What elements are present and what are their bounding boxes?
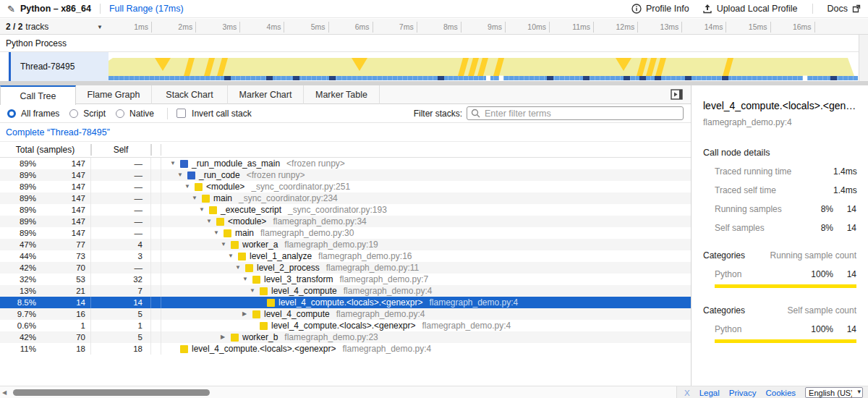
twisty-down-icon[interactable]: ▼ — [228, 250, 238, 262]
breadcrumb-complete-thread[interactable]: Complete “Thread-78495” — [6, 127, 110, 137]
radio-all-frames[interactable]: All frames — [7, 109, 59, 119]
ruler-tick: 14ms — [693, 22, 726, 33]
call-tree-row[interactable]: 11%1818level_4_compute.<locals>.<genexpr… — [0, 343, 691, 355]
detail-percent — [801, 185, 833, 195]
total-percent: 89% — [0, 169, 36, 181]
call-tree-row[interactable]: 44%733▼level_1_analyzeflamegraph_demo.py… — [0, 250, 691, 262]
tab-marker-table[interactable]: Marker Table — [304, 85, 380, 104]
tab-call-tree[interactable]: Call Tree — [0, 85, 76, 105]
self-samples: 5 — [90, 331, 150, 343]
docs-link[interactable]: Docs — [827, 4, 861, 14]
twisty-right-icon[interactable]: ▶ — [242, 308, 252, 320]
ruler-tick: 13ms — [649, 22, 682, 33]
language-select[interactable]: English (US) — [805, 387, 863, 398]
call-tree-row[interactable]: 89%147—▼mainflamegraph_demo.py:30 — [0, 227, 691, 239]
file-location: flamegraph_demo.py:4 — [422, 320, 511, 331]
detail-row: Running samples8%14 — [703, 204, 856, 214]
call-tree-row[interactable]: 47%774▼worker_aflamegraph_demo.py:19 — [0, 239, 691, 250]
upload-local-profile-button[interactable]: Upload Local Profile — [702, 4, 798, 14]
column-header-total[interactable]: Total (samples) — [0, 145, 90, 155]
category-name: Python — [715, 324, 801, 334]
total-percent: 89% — [0, 227, 36, 239]
edit-profile-name-icon[interactable]: ✎ — [7, 4, 15, 14]
process-track-row[interactable]: Python Process — [0, 35, 868, 52]
twisty-down-icon[interactable]: ▼ — [235, 262, 245, 274]
call-tree-row[interactable]: 32%5332▼level_3_transformflamegraph_demo… — [0, 274, 691, 285]
detail-value: 14 — [833, 204, 856, 214]
total-percent: 47% — [0, 239, 36, 250]
footer-link-privacy[interactable]: Privacy — [729, 389, 757, 397]
tracks-area: Python Process Thread-78495 — [0, 35, 868, 81]
tab-flame-graph[interactable]: Flame Graph — [76, 85, 152, 104]
ruler-tick: 4ms — [251, 22, 284, 33]
category-blue-icon — [187, 172, 195, 179]
open-sidebar-button[interactable] — [671, 89, 684, 101]
radio-script[interactable]: Script — [69, 109, 106, 119]
call-tree-row[interactable]: 89%147—▼main_sync_coordinator.py:234 — [0, 192, 691, 204]
tab-stack-chart[interactable]: Stack Chart — [152, 85, 228, 104]
ruler-tick: 5ms — [296, 22, 329, 33]
column-header-self[interactable]: Self — [90, 144, 150, 156]
category-value: 14 — [833, 324, 856, 334]
thread-activity-graph[interactable] — [109, 52, 859, 81]
thread-track-header[interactable]: Thread-78495 — [11, 52, 109, 81]
call-tree-row[interactable]: 89%147—▼_run_code<frozen runpy> — [0, 169, 691, 181]
ruler-tick: 11ms — [561, 22, 594, 33]
category-yellow-icon — [252, 276, 260, 284]
function-name: _execute_script — [221, 204, 281, 216]
footer-link-x[interactable]: X — [684, 389, 690, 397]
call-tree-row[interactable]: 42%705▶worker_bflamegraph_demo.py:23 — [0, 331, 691, 343]
twisty-down-icon[interactable]: ▼ — [221, 239, 231, 250]
tracks-dropdown[interactable]: 2 / 2 tracks ▼ — [0, 19, 109, 35]
filter-stacks-input[interactable] — [467, 106, 684, 120]
twisty-right-icon[interactable]: ▶ — [221, 331, 231, 343]
row-spacer — [150, 158, 161, 169]
call-tree-rows: 89%147—▼_run_module_as_main<frozen runpy… — [0, 158, 691, 355]
call-tree-row[interactable]: 89%147—▼<module>flamegraph_demo.py:34 — [0, 216, 691, 227]
twisty-down-icon[interactable]: ▼ — [213, 227, 224, 239]
footer-link-legal[interactable]: Legal — [699, 389, 720, 397]
call-tree-row[interactable]: 8.5%1414level_4_compute.<locals>.<genexp… — [0, 297, 691, 308]
call-tree-row[interactable]: 89%147—▼_run_module_as_main<frozen runpy… — [0, 158, 691, 169]
full-range-link[interactable]: Full Range (17ms) — [109, 4, 184, 14]
total-percent: 11% — [0, 343, 36, 355]
breadcrumb-row: Complete “Thread-78495” — [0, 123, 691, 142]
file-location: flamegraph_demo.py:34 — [273, 216, 366, 227]
function-name: worker_b — [242, 331, 278, 343]
total-samples: 147 — [36, 204, 90, 216]
detail-label: Traced self time — [715, 185, 801, 195]
call-tree-row[interactable]: 0.6%11level_4_compute.<locals>.<genexpr>… — [0, 320, 691, 331]
footer-link-cookies[interactable]: Cookies — [766, 389, 796, 397]
tab-marker-chart[interactable]: Marker Chart — [228, 85, 304, 104]
call-tree-row[interactable]: 42%70—▼level_2_processflamegraph_demo.py… — [0, 262, 691, 274]
horizontal-scrollbar-thumb[interactable] — [13, 389, 210, 396]
twisty-down-icon[interactable]: ▼ — [206, 216, 216, 227]
total-percent: 9.7% — [0, 308, 36, 320]
call-tree-row[interactable]: 89%147—▼_execute_script_sync_coordinator… — [0, 204, 691, 216]
invert-call-stack-checkbox[interactable] — [176, 109, 186, 118]
twisty-down-icon[interactable]: ▼ — [242, 274, 252, 285]
call-tree-row[interactable]: 9.7%165▶level_4_computeflamegraph_demo.p… — [0, 308, 691, 320]
call-tree-row[interactable]: 13%217▼level_4_computeflamegraph_demo.py… — [0, 285, 691, 297]
file-location: flamegraph_demo.py:30 — [260, 227, 354, 239]
category-blue-icon — [180, 160, 188, 168]
radio-native[interactable]: Native — [116, 109, 154, 119]
row-spacer — [150, 320, 161, 331]
scroll-left-arrow[interactable]: ◀ — [2, 389, 7, 396]
twisty-down-icon[interactable]: ▼ — [170, 158, 180, 169]
self-samples: — — [90, 192, 150, 204]
divider — [812, 4, 813, 14]
twisty-down-icon[interactable]: ▼ — [192, 192, 202, 204]
call-tree-row[interactable]: 89%147—▼<module>_sync_coordinator.py:251 — [0, 181, 691, 192]
function-name: <module> — [206, 181, 244, 192]
self-samples: 4 — [90, 239, 150, 250]
profile-info-button[interactable]: Profile Info — [631, 4, 689, 14]
footer-bar: ◀ XLegalPrivacyCookies English (US) ▾ — [0, 386, 868, 398]
category-yellow-icon — [202, 195, 210, 203]
twisty-down-icon[interactable]: ▼ — [184, 181, 195, 192]
radio-icon — [69, 109, 78, 118]
twisty-down-icon[interactable]: ▼ — [250, 285, 260, 297]
twisty-down-icon[interactable]: ▼ — [177, 169, 187, 181]
function-name: level_3_transform — [264, 274, 333, 285]
twisty-down-icon[interactable]: ▼ — [199, 204, 209, 216]
